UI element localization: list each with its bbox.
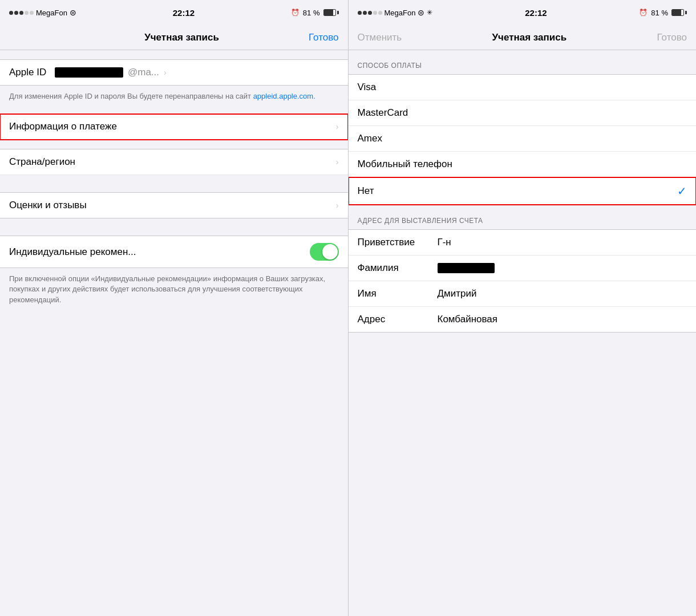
payment-visa[interactable]: Visa (349, 75, 697, 100)
apple-id-row[interactable]: Apple ID @ma... › (0, 59, 348, 86)
left-status-right: ⏰ 81 % (291, 9, 339, 17)
left-content: Apple ID @ma... › Для изменения Apple ID… (0, 50, 348, 616)
battery-pct: 81 % (303, 9, 320, 17)
left-done-button[interactable]: Готово (309, 32, 339, 43)
right-battery-icon (671, 9, 687, 16)
right-location-icon: ✳ (427, 9, 432, 17)
billing-address-list: Приветствие Г-н Фамилия Имя Дмитрий Адре… (349, 229, 697, 333)
right-status-bar: MegaFon ⊜ ✳ 22:12 ⏰ 81 % (349, 0, 697, 25)
right-battery-pct: 81 % (651, 9, 668, 17)
billing-firstname[interactable]: Имя Дмитрий (349, 281, 697, 307)
right-done-button[interactable]: Готово (657, 32, 687, 43)
right-time: 22:12 (525, 8, 547, 18)
right-alarm-icon: ⏰ (639, 9, 648, 17)
battery-icon (323, 9, 339, 16)
recommendations-row[interactable]: Индивидуальные рекомен... (0, 236, 348, 268)
left-nav-title: Учетная запись (144, 32, 219, 43)
apple-id-label: Apple ID (9, 67, 55, 78)
reviews-label: Оценки и отзывы (9, 200, 336, 211)
billing-lastname[interactable]: Фамилия (349, 256, 697, 281)
billing-greeting[interactable]: Приветствие Г-н (349, 230, 697, 256)
right-nav-title: Учетная запись (492, 32, 567, 43)
right-cancel-button[interactable]: Отменить (358, 32, 402, 43)
right-status-right: ⏰ 81 % (639, 9, 687, 17)
right-nav-bar: Отменить Учетная запись Готово (349, 25, 697, 50)
apple-id-value: @ma... › (55, 67, 339, 78)
apple-id-redacted (55, 67, 123, 78)
alarm-icon: ⏰ (291, 9, 300, 17)
wifi-icon: ⊜ (70, 8, 76, 17)
payment-method-list: Visa MasterCard Amex Мобильный телефон Н… (349, 74, 697, 205)
carrier-name: MegaFon (36, 9, 67, 17)
payment-mobile[interactable]: Мобильный телефон (349, 152, 697, 177)
apple-id-chevron: › (164, 68, 167, 77)
left-status-left: MegaFon ⊜ (9, 8, 76, 17)
billing-section-header: АДРЕС ДЛЯ ВЫСТАВЛЕНИЯ СЧЕТА (349, 205, 697, 229)
left-status-bar: MegaFon ⊜ 22:12 ⏰ 81 % (0, 0, 348, 25)
country-row[interactable]: Страна/регион › (0, 149, 348, 175)
recommendations-label: Индивидуальные рекомен... (9, 246, 310, 258)
country-chevron: › (336, 157, 339, 167)
payment-mastercard[interactable]: MasterCard (349, 100, 697, 126)
lastname-redacted (438, 263, 495, 273)
right-wifi-icon: ⊜ (418, 8, 424, 17)
payment-none[interactable]: Нет ✓ (349, 177, 697, 205)
right-panel: MegaFon ⊜ ✳ 22:12 ⏰ 81 % Отменить Учетна… (349, 0, 697, 616)
payment-info-label: Информация о платеже (9, 121, 336, 132)
payment-info-row[interactable]: Информация о платеже › (0, 114, 348, 140)
recommendations-footer: При включенной опции «Индивидуальные рек… (0, 268, 348, 314)
payment-amex[interactable]: Amex (349, 126, 697, 152)
apple-id-info: Для изменения Apple ID и пароля Вы будет… (0, 86, 348, 108)
signal-icon (9, 11, 34, 15)
checkmark-icon: ✓ (677, 184, 687, 198)
right-signal-icon (358, 11, 382, 15)
payment-info-chevron: › (336, 122, 339, 131)
left-time: 22:12 (173, 8, 195, 18)
payment-section-header: СПОСОБ ОПЛАТЫ (349, 50, 697, 74)
reviews-chevron: › (336, 201, 339, 210)
right-carrier-name: MegaFon (385, 9, 416, 17)
reviews-row[interactable]: Оценки и отзывы › (0, 192, 348, 218)
left-nav-bar: Учетная запись Готово (0, 25, 348, 50)
apple-id-suffix: @ma... (128, 67, 159, 78)
country-label: Страна/регион (9, 156, 336, 168)
right-content: СПОСОБ ОПЛАТЫ Visa MasterCard Amex Мобил… (349, 50, 697, 616)
right-status-left: MegaFon ⊜ ✳ (358, 8, 433, 17)
billing-address[interactable]: Адрес Комбайновая (349, 307, 697, 332)
left-panel: MegaFon ⊜ 22:12 ⏰ 81 % Учетная запись Го… (0, 0, 348, 616)
apple-id-link[interactable]: appleid.apple.com. (253, 92, 315, 100)
recommendations-toggle[interactable] (310, 243, 339, 261)
